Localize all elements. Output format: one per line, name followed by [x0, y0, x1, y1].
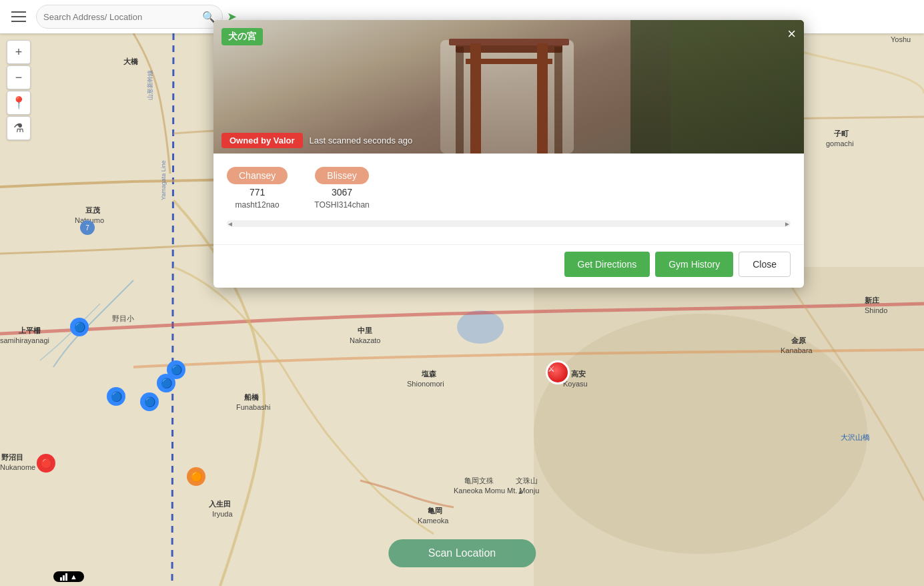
scroll-left-arrow[interactable]: ◄	[227, 220, 234, 228]
map-label-nakazato-jp: 中里	[358, 326, 372, 336]
map-label-kameoka-en: Kameoka	[418, 517, 448, 525]
map-container[interactable]: 山形新幹線 Yamagata Line ▲ 🔍 ➤ + − 📍 ⚗ 大橋 豆茂	[0, 0, 924, 586]
map-label-iryuda-en: Iryuda	[212, 510, 233, 518]
pokemon-item-blissey: Blissey 3067 TOSHI314chan	[314, 167, 370, 210]
zoom-out-button[interactable]: −	[7, 65, 31, 89]
status-bar: ▲	[53, 571, 84, 582]
map-label-nomeko: 野目小	[112, 314, 134, 324]
map-label-kaneoka: 亀岡文殊	[464, 476, 494, 486]
pokemon-name-blissey: Blissey	[315, 167, 368, 184]
map-label-kanabara-en: Kanabara	[781, 346, 813, 354]
place-label: 犬の宮	[221, 28, 263, 45]
modal-body: Chansey 771 masht12nao Blissey 3067 TOSH…	[213, 154, 804, 244]
modal-info-bar: Owned by Valor Last scanned seconds ago	[213, 127, 804, 154]
svg-text:▲: ▲	[517, 488, 524, 495]
map-label-kanabara-jp: 金原	[791, 336, 806, 346]
get-directions-button[interactable]: Get Directions	[564, 252, 650, 277]
map-label-koyasu-en: Koyasu	[563, 380, 588, 388]
svg-point-1	[534, 314, 867, 554]
pokemon-name-chansey: Chansey	[227, 167, 288, 184]
zoom-in-button[interactable]: +	[7, 40, 31, 64]
pokemon-trainer-blissey: TOSHI314chan	[314, 200, 370, 210]
pokemon-list: Chansey 771 masht12nao Blissey 3067 TOSH…	[227, 167, 791, 210]
map-label-nakazato-en: Nakazato	[350, 336, 380, 344]
pokemon-marker-red[interactable]: 🔴	[37, 454, 55, 473]
pokemon-marker-1[interactable]: 🔵	[70, 318, 89, 336]
map-label-gomachi: gomachi	[826, 139, 854, 148]
modal-close-button[interactable]: ×	[787, 27, 796, 41]
map-label-osawayamabashi: 大沢山橋	[841, 432, 870, 443]
map-label-yoshu: Yoshu	[891, 35, 911, 43]
scroll-right-arrow[interactable]: ►	[784, 220, 791, 228]
pin-button[interactable]: 📍	[7, 91, 31, 115]
map-label-nukanome-jp: 野沼目	[1, 453, 23, 463]
map-label-kaneoka-en: Kaneoka Momu	[454, 487, 505, 495]
map-label-komachi: 子町	[834, 129, 849, 139]
map-label-koyasu-jp: 高安	[571, 369, 586, 379]
gym-modal: 犬の宮 × Owned by Valor Last scanned second…	[213, 20, 804, 288]
gym-marker-koyasu[interactable]: ⚔	[546, 360, 570, 384]
map-label-funabashi-jp: 船橋	[244, 392, 259, 402]
scanned-badge: Last scanned seconds ago	[310, 135, 413, 145]
pokemon-item-chansey: Chansey 771 masht12nao	[227, 167, 288, 210]
modal-footer: Get Directions Gym History Close	[213, 244, 804, 288]
owned-badge: Owned by Valor	[221, 133, 303, 148]
pokemon-marker-5[interactable]: 🔵	[167, 360, 185, 379]
svg-point-2	[457, 310, 504, 344]
pokemon-marker-orange[interactable]: 🟠	[187, 467, 205, 486]
svg-line-3	[172, 33, 173, 586]
svg-rect-0	[534, 267, 924, 586]
close-button[interactable]: Close	[739, 252, 791, 277]
menu-button[interactable]	[7, 5, 31, 29]
gym-history-button[interactable]: Gym History	[655, 252, 733, 277]
map-label-nukanome-en: Nukanome	[0, 463, 35, 471]
map-label-shindo-jp: 新庄	[865, 296, 879, 306]
filter-button[interactable]: ⚗	[7, 116, 31, 140]
map-label-mtnj: 文珠山	[516, 476, 538, 486]
modal-image: 犬の宮 × Owned by Valor Last scanned second…	[213, 20, 804, 154]
search-input[interactable]	[43, 12, 202, 22]
pokemon-cp-chansey: 771	[250, 187, 265, 198]
wifi-icon: ▲	[70, 573, 77, 581]
map-label-shionomori-jp: 塩森	[422, 369, 436, 379]
map-label-shionomori-en: Shionomori	[407, 380, 444, 388]
pokemon-marker-2[interactable]: 🔵	[107, 387, 125, 406]
map-label-samihira: samihirayanagi	[0, 336, 49, 344]
scroll-track[interactable]: ◄ ►	[227, 220, 791, 227]
map-label-natsumo-jp: 豆茂	[85, 206, 100, 216]
map-label-shindo-en: Shindo	[865, 306, 887, 314]
scan-location-button[interactable]: Scan Location	[388, 539, 536, 567]
search-bar[interactable]: 🔍	[36, 5, 223, 29]
svg-text:山形新幹線: 山形新幹線	[147, 70, 153, 100]
pokemon-trainer-chansey: masht12nao	[236, 200, 280, 210]
signal-bars	[60, 573, 67, 581]
map-label-funabashi-en: Funabashi	[236, 403, 270, 411]
map-controls: + − 📍 ⚗	[7, 40, 31, 140]
svg-text:Yamagata Line: Yamagata Line	[160, 160, 167, 200]
map-label-mtmonju: Mt. Monju	[507, 487, 539, 495]
map-label-ohashi: 大橋	[123, 57, 138, 67]
pokemon-cp-blissey: 3067	[332, 187, 352, 198]
map-label-kamihira: 上平柵	[19, 326, 41, 336]
route-number-7: 7	[80, 220, 95, 235]
map-label-iryuda-jp: 入生田	[209, 499, 231, 509]
pokemon-marker-3[interactable]: 🔵	[140, 392, 159, 411]
map-label-kameoka-jp: 亀岡	[428, 506, 442, 516]
